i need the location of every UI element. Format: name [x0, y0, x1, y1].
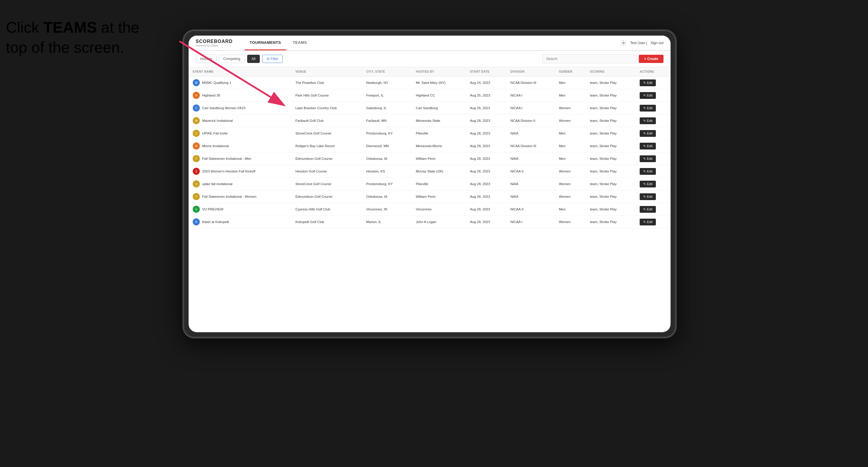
event-icon: M [193, 79, 200, 86]
competing-button[interactable]: Competing [219, 55, 245, 63]
cell-event-name: U upike fall invitational [189, 178, 291, 190]
cell-actions: ✎ Edit [636, 127, 671, 140]
event-icon: 2 [193, 168, 200, 175]
cell-city-state: Oskaloosa, IA [362, 190, 412, 203]
cell-hosted-by: Minnesota State [412, 115, 466, 127]
edit-button[interactable]: ✎ Edit [640, 206, 656, 213]
edit-button[interactable]: ✎ Edit [640, 130, 656, 137]
cell-actions: ✎ Edit [636, 89, 671, 102]
event-icon: U [193, 180, 200, 187]
cell-actions: ✎ Edit [636, 165, 671, 178]
table-row: M Morris Invitational Ruttger's Bay Lake… [189, 140, 671, 152]
cell-event-name: M Maverick Invitational [189, 115, 291, 127]
event-name-text: MSMC Qualifying 1 [202, 81, 231, 85]
table-row: M MSMC Qualifying 1 The Powelton Club Ne… [189, 76, 671, 89]
tab-tournaments[interactable]: TOURNAMENTS [245, 36, 286, 50]
cell-venue: Edmundson Golf Course [291, 190, 362, 203]
gear-icon[interactable] [620, 40, 627, 46]
edit-button[interactable]: ✎ Edit [640, 92, 656, 99]
instruction-text: Click TEAMS at thetop of the screen. [6, 18, 188, 57]
event-icon: H [193, 92, 200, 99]
edit-button[interactable]: ✎ Edit [640, 168, 656, 175]
table-row: C Carl Sandburg Women FA23 Lake Bracken … [189, 102, 671, 115]
cell-event-name: F Fall Statesmen Invitational - Women [189, 190, 291, 203]
cell-start-date: Aug 28, 2023 [466, 115, 506, 127]
cell-city-state: Faribault, MN [362, 115, 412, 127]
event-icon: F [193, 193, 200, 200]
cell-scoring: team, Stroke Play [586, 89, 636, 102]
cell-scoring: team, Stroke Play [586, 102, 636, 115]
app-container: SCOREBOARD Powered by Clippit TOURNAMENT… [189, 36, 671, 332]
table-row: H Highland 36 Park Hills Golf Course Fre… [189, 89, 671, 102]
cell-start-date: Aug 28, 2023 [466, 165, 506, 178]
cell-hosted-by: Highland CC [412, 89, 466, 102]
event-name-text: Highland 36 [202, 94, 220, 97]
tab-teams[interactable]: TEAMS [287, 36, 312, 50]
cell-venue: Kokopelli Golf Club [291, 216, 362, 228]
cell-venue: StoneCrest Golf Course [291, 178, 362, 190]
edit-button[interactable]: ✎ Edit [640, 219, 656, 225]
event-name-text: Morris Invitational [202, 144, 228, 148]
cell-actions: ✎ Edit [636, 115, 671, 127]
cell-hosted-by: Carl Sandburg [412, 102, 466, 115]
cell-division: NICAA II [506, 165, 555, 178]
table-container: EVENT NAME VENUE CITY, STATE HOSTED BY S… [189, 67, 671, 332]
cell-venue: Cypress Hills Golf Club [291, 203, 362, 216]
cell-city-state: Galesburg, IL [362, 102, 412, 115]
event-name-text: Maverick Invitational [202, 119, 233, 122]
edit-button[interactable]: ✎ Edit [640, 193, 656, 200]
table-row: F Fall Statesmen Invitational - Women Ed… [189, 190, 671, 203]
logo-title: SCOREBOARD [196, 39, 233, 44]
cell-event-name: H Highland 36 [189, 89, 291, 102]
cell-gender: Men [555, 203, 586, 216]
event-icon: K [193, 218, 200, 225]
cell-gender: Women [555, 216, 586, 228]
cell-hosted-by: John A Logan [412, 216, 466, 228]
edit-button[interactable]: ✎ Edit [640, 143, 656, 150]
cell-gender: Men [555, 140, 586, 152]
toolbar: Hosting Competing All ⊟ Filter + Create [189, 51, 671, 67]
create-button[interactable]: + Create [639, 55, 663, 63]
cell-city-state: Oskaloosa, IA [362, 152, 412, 165]
cell-division: NAIA [506, 127, 555, 140]
sign-out-link[interactable]: Sign out [651, 41, 663, 45]
cell-event-name: V VU PREVIEW [189, 203, 291, 216]
edit-button[interactable]: ✎ Edit [640, 117, 656, 124]
cell-gender: Men [555, 127, 586, 140]
col-hosted-by: HOSTED BY [412, 67, 466, 76]
edit-button[interactable]: ✎ Edit [640, 80, 656, 86]
cell-event-name: 2 2023 Women's Hesston Fall Kickoff [189, 165, 291, 178]
cell-scoring: team, Stroke Play [586, 203, 636, 216]
search-input[interactable] [542, 55, 637, 63]
cell-start-date: Aug 28, 2023 [466, 140, 506, 152]
cell-event-name: M MSMC Qualifying 1 [189, 76, 291, 89]
cell-actions: ✎ Edit [636, 203, 671, 216]
edit-button[interactable]: ✎ Edit [640, 181, 656, 187]
nav-tabs: TOURNAMENTS TEAMS [245, 36, 312, 50]
cell-hosted-by: Pikeville [412, 178, 466, 190]
edit-button[interactable]: ✎ Edit [640, 155, 656, 162]
logo-area: SCOREBOARD Powered by Clippit [196, 39, 233, 47]
cell-scoring: team, Stroke Play [586, 216, 636, 228]
all-button[interactable]: All [247, 55, 260, 63]
hosting-button[interactable]: Hosting [196, 55, 217, 63]
cell-city-state: Prestonsburg, KY [362, 127, 412, 140]
edit-button[interactable]: ✎ Edit [640, 105, 656, 112]
cell-venue: Lake Bracken Country Club [291, 102, 362, 115]
cell-division: NAIA [506, 178, 555, 190]
tablet-screen: SCOREBOARD Powered by Clippit TOURNAMENT… [189, 36, 671, 332]
table-row: M Maverick Invitational Faribault Golf C… [189, 115, 671, 127]
cell-actions: ✎ Edit [636, 102, 671, 115]
cell-gender: Women [555, 178, 586, 190]
filter-button[interactable]: ⊟ Filter [262, 55, 283, 63]
cell-start-date: Aug 28, 2023 [466, 127, 506, 140]
cell-division: NCAA Division III [506, 140, 555, 152]
cell-hosted-by: William Penn [412, 190, 466, 203]
cell-hosted-by: Murray State (OK) [412, 165, 466, 178]
event-icon: F [193, 155, 200, 162]
cell-event-name: C Carl Sandburg Women FA23 [189, 102, 291, 115]
cell-division: NAIA [506, 190, 555, 203]
cell-city-state: Deerwood, MN [362, 140, 412, 152]
cell-start-date: Aug 28, 2023 [466, 190, 506, 203]
cell-start-date: Aug 26, 2023 [466, 102, 506, 115]
